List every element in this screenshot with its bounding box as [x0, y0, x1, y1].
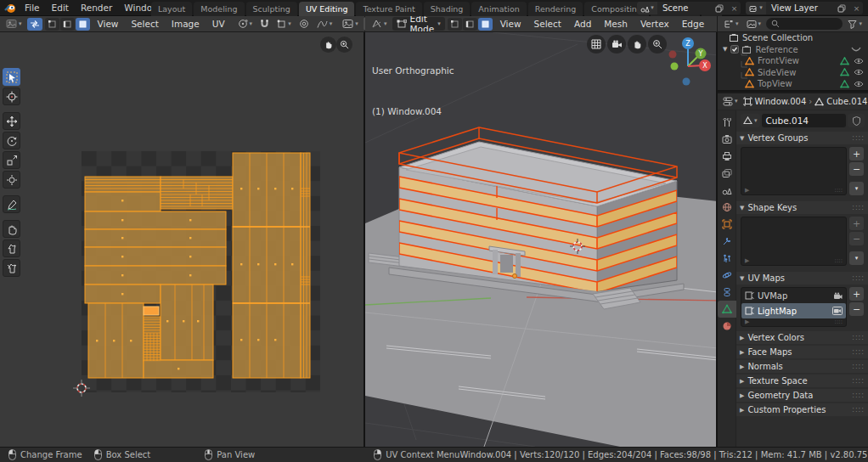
tab-tool[interactable] — [718, 114, 736, 131]
tool-grab[interactable] — [3, 220, 20, 238]
outliner-row-scene-collection[interactable]: Scene Collection — [718, 32, 868, 44]
breadcrumb-data-name[interactable]: Cube.014 — [826, 97, 867, 106]
panel-header-vertex-colors[interactable]: ▶Vertex Colors:::: — [736, 331, 868, 344]
tool-cursor[interactable] — [3, 87, 20, 105]
uv-menu-image[interactable]: Image — [166, 19, 205, 29]
uv-select-vertex-button[interactable] — [45, 18, 59, 31]
scene-name[interactable]: Scene — [657, 3, 715, 13]
tool-transform[interactable] — [3, 171, 20, 189]
remove-view-layer-icon[interactable]: × — [850, 4, 863, 13]
vp-menu-face[interactable]: Face — [712, 19, 718, 29]
outliner-filter-dropdown[interactable]: ▾ — [845, 18, 865, 31]
panel-header-shape-keys[interactable]: ▼Shape Keys:::: — [736, 201, 868, 214]
workspace-tab-uv-editing[interactable]: UV Editing — [299, 2, 355, 16]
tab-world[interactable] — [718, 199, 736, 216]
scene-icon[interactable]: ▾ — [637, 2, 657, 14]
snap-toggle-magnet-icon[interactable] — [257, 18, 272, 31]
tool-select-box[interactable] — [3, 68, 20, 86]
view-layer-selector[interactable]: ▾ View Layer × — [746, 2, 863, 14]
tool-move[interactable] — [3, 112, 20, 130]
panel-header-custom-properties[interactable]: ▶Custom Properties:::: — [736, 403, 868, 416]
workspace-tab-sculpting[interactable]: Sculpting — [246, 2, 297, 16]
uv-menu-select[interactable]: Select — [126, 19, 163, 29]
outliner-display-mode-dropdown[interactable]: ▾ — [721, 18, 741, 31]
viewport-3d[interactable]: User Orthographic (1) Window.004 Z Y X — [365, 32, 718, 447]
vp-menu-view[interactable]: View — [495, 19, 527, 29]
workspace-tab-shading[interactable]: Shading — [424, 2, 471, 16]
shape-key-remove-button[interactable]: − — [849, 232, 864, 245]
vp-menu-mesh[interactable]: Mesh — [599, 19, 633, 29]
uv-select-edge-button[interactable] — [60, 18, 75, 31]
tab-render[interactable] — [718, 131, 736, 148]
tab-view-layer[interactable] — [718, 165, 736, 182]
tool-pinch[interactable] — [3, 259, 20, 277]
panel-header-texture-space[interactable]: ▶Texture Space:::: — [736, 375, 868, 387]
toggle-perspective-button[interactable] — [587, 35, 606, 54]
tab-physics[interactable] — [718, 267, 736, 284]
hide-collection-toggle[interactable] — [851, 46, 861, 53]
render-camera-icon[interactable] — [833, 292, 843, 300]
shape-key-add-button[interactable]: + — [849, 217, 864, 230]
tab-object[interactable] — [718, 216, 736, 233]
tool-annotate[interactable] — [3, 195, 20, 213]
menu-file[interactable]: File — [19, 0, 46, 16]
tab-particles[interactable] — [718, 250, 736, 267]
vertex-groups-list[interactable]: ▶:::: — [741, 147, 847, 195]
uv-sync-selection-toggle[interactable] — [27, 18, 42, 31]
uv-editor-canvas[interactable] — [0, 32, 365, 447]
panel-header-geometry-data[interactable]: ▶Geometry Data:::: — [736, 389, 868, 402]
uv-menu-uv[interactable]: UV — [207, 19, 230, 29]
uv-map-row-lightmap[interactable]: LightMap — [741, 303, 846, 318]
uv-menu-view[interactable]: View — [93, 19, 124, 29]
vertex-group-specials-button[interactable]: ▾ — [849, 182, 864, 195]
workspace-tab-animation[interactable]: Animation — [471, 2, 526, 16]
vp-menu-add[interactable]: Add — [569, 19, 596, 29]
panel-header-uv-maps[interactable]: ▼UV Maps:::: — [736, 272, 868, 285]
tool-scale[interactable] — [3, 151, 20, 169]
scene-selector[interactable]: ▾ Scene × — [637, 2, 741, 14]
panel-header-vertex-groups[interactable]: ▼Vertex Groups:::: — [736, 132, 868, 144]
shape-keys-list[interactable]: ▶:::: — [741, 217, 847, 266]
workspace-tab-texture-paint[interactable]: Texture Paint — [356, 2, 421, 16]
uv-map-add-button[interactable]: + — [849, 287, 864, 301]
uv-select-face-button[interactable] — [76, 18, 90, 31]
uv-image-area[interactable] — [82, 151, 320, 392]
properties-editor-type-dropdown[interactable]: ▾ — [720, 95, 741, 108]
outliner-search-input[interactable] — [766, 18, 843, 30]
uv-map-remove-button[interactable]: − — [849, 302, 864, 316]
uv-zoom-button[interactable] — [336, 37, 352, 53]
mode-dropdown[interactable]: Edit Mode▾ — [392, 17, 445, 31]
vertex-select-button[interactable] — [448, 18, 462, 31]
proportional-editing-toggle[interactable] — [296, 18, 312, 31]
tab-constraints[interactable] — [718, 284, 736, 301]
toggle-camera-view-button[interactable] — [607, 35, 626, 54]
mesh-name-input[interactable]: Cube.014 — [762, 114, 846, 127]
vertex-group-remove-button[interactable]: − — [849, 162, 864, 176]
render-camera-icon[interactable] — [832, 307, 843, 315]
face-select-button[interactable] — [478, 18, 493, 31]
vertex-group-add-button[interactable]: + — [849, 147, 864, 161]
blender-logo-icon[interactable] — [4, 3, 16, 14]
vp-menu-edge[interactable]: Edge — [677, 19, 709, 29]
snap-target-dropdown[interactable]: ▾ — [274, 18, 294, 31]
eye-icon[interactable] — [851, 69, 866, 76]
edge-select-button[interactable] — [463, 18, 477, 31]
new-view-layer-icon[interactable] — [837, 4, 850, 13]
fake-user-shield-button[interactable] — [848, 114, 865, 127]
breadcrumb-object-name[interactable]: Window.004 — [755, 97, 807, 106]
workspace-tab-rendering[interactable]: Rendering — [528, 2, 583, 16]
browse-image-dropdown[interactable]: ▾ — [340, 18, 361, 31]
panel-header-face-maps[interactable]: ▶Face Maps:::: — [736, 346, 868, 358]
tab-material[interactable] — [718, 318, 736, 335]
viewport-editor-type-dropdown[interactable]: ▾ — [369, 18, 390, 31]
pivot-point-dropdown[interactable]: ▾ — [235, 18, 256, 31]
eye-icon[interactable] — [851, 58, 866, 65]
shape-key-specials-button[interactable]: ▾ — [849, 251, 864, 265]
new-scene-icon[interactable] — [715, 4, 728, 13]
vp-menu-vertex[interactable]: Vertex — [635, 19, 674, 29]
proportional-falloff-dropdown[interactable]: ▾ — [314, 18, 335, 31]
workspace-tab-layout[interactable]: Layout — [151, 2, 192, 16]
tab-modifiers[interactable] — [718, 233, 736, 250]
tool-rotate[interactable] — [3, 132, 20, 149]
menu-render[interactable]: Render — [75, 0, 118, 16]
